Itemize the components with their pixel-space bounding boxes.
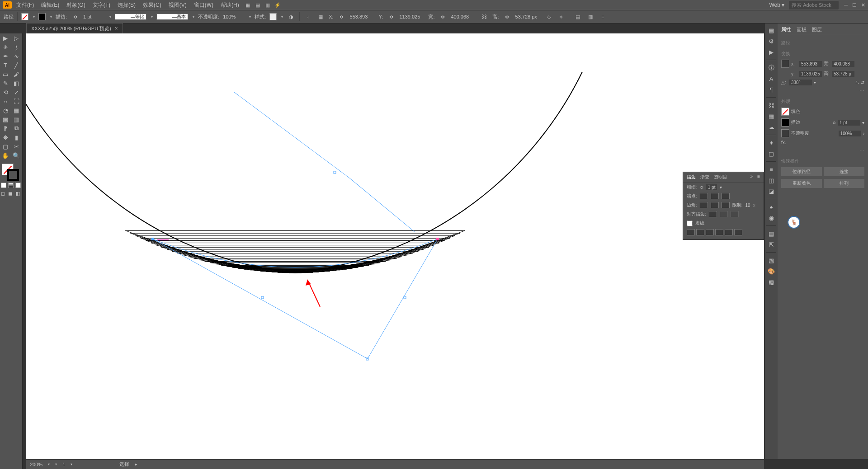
shape-builder-tool[interactable]: ◔: [0, 106, 11, 115]
panel-menu-icon[interactable]: ≡: [757, 174, 760, 180]
symbols-icon[interactable]: ✦: [766, 138, 776, 148]
fx-label[interactable]: fx.: [781, 140, 786, 145]
flip-h-icon[interactable]: ⇋: [855, 80, 859, 85]
zoom-tool[interactable]: 🔍: [11, 151, 22, 160]
weight-value[interactable]: 1 pt: [706, 184, 717, 190]
canvas[interactable]: [26, 33, 764, 459]
stroke-value[interactable]: 1 pt: [838, 120, 860, 126]
menu-select[interactable]: 选择(S): [115, 0, 138, 10]
lasso-tool[interactable]: ⟆: [11, 42, 22, 52]
bridge-icon[interactable]: ▦: [244, 1, 252, 9]
dashed-checkbox[interactable]: [687, 220, 693, 226]
gradient-tool[interactable]: ▥: [11, 115, 22, 124]
link-wh-icon[interactable]: ⛓: [480, 12, 489, 21]
play-icon[interactable]: ▶: [766, 47, 776, 57]
opacity-value[interactable]: 100%: [839, 131, 861, 136]
artboard-tool[interactable]: ▢: [0, 142, 11, 151]
free-transform-tool[interactable]: ⛶: [11, 97, 22, 106]
stroke-indicator[interactable]: [7, 169, 19, 181]
curvature-tool[interactable]: ∿: [11, 52, 22, 61]
transform-ref-icon[interactable]: ▦: [316, 12, 325, 21]
dash-field[interactable]: [725, 229, 733, 235]
offset-path-button[interactable]: 位移路径: [781, 167, 822, 176]
type-panel-icon[interactable]: A: [766, 74, 776, 84]
reference-point-icon[interactable]: [781, 60, 789, 68]
blend-tool[interactable]: ⧉: [11, 124, 22, 133]
cap-round-icon[interactable]: [711, 193, 719, 199]
type-tool[interactable]: T: [0, 61, 11, 70]
scale-tool[interactable]: ⤢: [11, 88, 22, 97]
align-inside-icon[interactable]: [720, 211, 728, 217]
css-panel-icon[interactable]: ▤: [766, 25, 776, 35]
drawing-mode-icon[interactable]: ◼: [8, 191, 14, 196]
color-guide-icon[interactable]: 🎨: [766, 266, 776, 276]
panel-menu-icon[interactable]: ≡: [599, 12, 608, 21]
direct-selection-tool[interactable]: ▷: [11, 33, 22, 42]
arrange-button[interactable]: 排列: [824, 179, 864, 188]
stepper-icon[interactable]: ≎: [503, 12, 512, 21]
corner-round-icon[interactable]: [711, 202, 719, 208]
screen-mode-icon[interactable]: ◻: [1, 191, 6, 196]
align-center-icon[interactable]: [709, 211, 717, 217]
appearance-icon[interactable]: ◉: [766, 213, 776, 223]
stock-search[interactable]: 搜索 Adobe Stock: [789, 1, 839, 9]
menu-edit[interactable]: 编辑(E): [38, 0, 62, 10]
stepper-icon[interactable]: ≎: [337, 12, 346, 21]
libraries-icon[interactable]: ☁: [766, 122, 776, 132]
shape-icon[interactable]: ◇: [544, 12, 553, 21]
menu-effect[interactable]: 效果(C): [140, 0, 164, 10]
pathfinder-icon[interactable]: ◪: [766, 186, 776, 196]
document-tab[interactable]: XXXX.ai* @ 200% (RGB/GPU 预览) ×: [26, 23, 123, 34]
drawing-mode-icon[interactable]: ◧: [15, 191, 21, 196]
none-mode-icon[interactable]: [15, 183, 21, 188]
angle-value[interactable]: 330°: [789, 80, 812, 85]
flip-v-icon[interactable]: ⇵: [861, 80, 864, 85]
menu-help[interactable]: 帮助(H): [218, 0, 242, 10]
rotate-tool[interactable]: ⟲: [0, 88, 11, 97]
tab-properties[interactable]: 属性: [781, 26, 791, 33]
isolate-icon[interactable]: ⎆: [557, 12, 566, 21]
menu-window[interactable]: 窗口(W): [191, 0, 216, 10]
style-swatch[interactable]: [269, 13, 277, 20]
slice-tool[interactable]: ✂: [11, 142, 22, 151]
pen-tool[interactable]: ✒: [0, 52, 11, 61]
artboards-icon[interactable]: ▢: [766, 149, 776, 159]
zoom-level[interactable]: 200%: [30, 462, 42, 467]
gradient-tab[interactable]: 渐变: [700, 174, 709, 180]
stroke-swatch[interactable]: [781, 118, 789, 127]
status-menu-icon[interactable]: ▸: [135, 461, 137, 467]
column-graph-tool[interactable]: ▮: [11, 133, 22, 142]
rectangle-tool[interactable]: ▭: [0, 70, 11, 79]
opacity-swatch[interactable]: [781, 129, 789, 137]
gpu-icon[interactable]: ⚡: [274, 1, 282, 9]
mesh-tool[interactable]: ▩: [0, 115, 11, 124]
gap-field[interactable]: [715, 229, 723, 235]
brush-definition[interactable]: —基本: [156, 14, 188, 20]
tab-artboards[interactable]: 画板: [797, 26, 807, 33]
width-tool[interactable]: ↔: [0, 97, 11, 106]
x-value[interactable]: 553.893: [799, 61, 822, 67]
width-profile[interactable]: —等比: [115, 14, 146, 20]
menu-view[interactable]: 视图(V): [166, 0, 189, 10]
menu-object[interactable]: 对象(O): [64, 0, 88, 10]
stroke-stepper-icon[interactable]: ≎: [71, 12, 80, 21]
more-options-icon[interactable]: ⋯: [781, 88, 864, 94]
tile-icon[interactable]: ▥: [264, 1, 272, 9]
opacity-input[interactable]: [223, 14, 245, 19]
stroke-weight-input[interactable]: [83, 14, 105, 19]
panel-group-icon[interactable]: ▥: [586, 12, 595, 21]
y-input[interactable]: [399, 14, 425, 19]
magic-wand-tool[interactable]: ✳: [0, 42, 11, 52]
y-value[interactable]: 1139.025: [799, 71, 822, 77]
cap-butt-icon[interactable]: [700, 193, 708, 199]
close-icon[interactable]: ✕: [861, 2, 865, 8]
join-button[interactable]: 连接: [824, 167, 864, 176]
info-icon[interactable]: ⓘ: [766, 63, 776, 73]
workspace-switcher[interactable]: Web ▾: [766, 1, 787, 9]
tab-close-icon[interactable]: ×: [115, 25, 118, 32]
collapse-icon[interactable]: »: [750, 174, 753, 180]
paragraph-icon[interactable]: ¶: [766, 84, 776, 94]
paintbrush-tool[interactable]: 🖌: [11, 70, 22, 79]
eraser-tool[interactable]: ◧: [11, 79, 22, 88]
minimize-icon[interactable]: ─: [844, 2, 848, 8]
